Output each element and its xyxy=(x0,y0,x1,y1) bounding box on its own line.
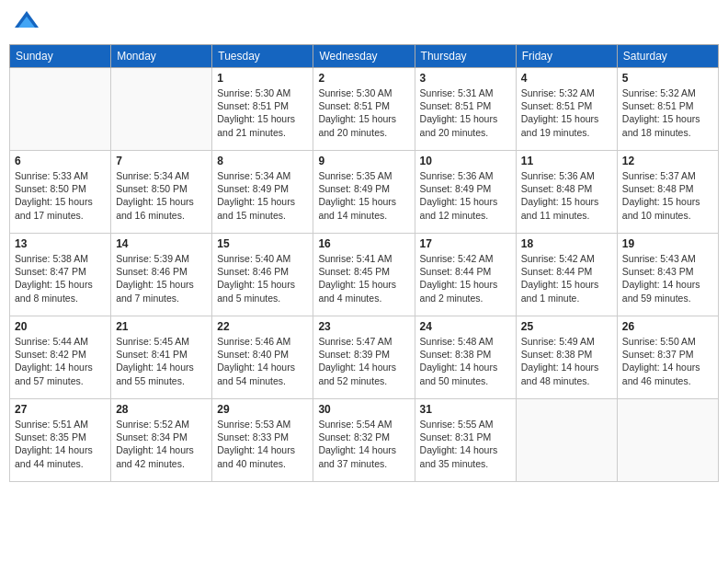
day-number: 10 xyxy=(420,155,511,167)
calendar-cell: 28Sunrise: 5:52 AM Sunset: 8:34 PM Dayli… xyxy=(111,399,212,482)
day-detail: Sunrise: 5:55 AM Sunset: 8:31 PM Dayligh… xyxy=(420,418,511,470)
day-detail: Sunrise: 5:49 AM Sunset: 8:38 PM Dayligh… xyxy=(521,335,612,387)
day-detail: Sunrise: 5:31 AM Sunset: 8:51 PM Dayligh… xyxy=(420,86,511,139)
day-number: 8 xyxy=(217,155,308,167)
calendar-cell xyxy=(10,68,111,151)
day-detail: Sunrise: 5:44 AM Sunset: 8:42 PM Dayligh… xyxy=(15,335,106,387)
day-number: 7 xyxy=(116,155,207,167)
calendar-cell: 6Sunrise: 5:33 AM Sunset: 8:50 PM Daylig… xyxy=(10,151,111,234)
day-detail: Sunrise: 5:46 AM Sunset: 8:40 PM Dayligh… xyxy=(217,335,308,387)
day-detail: Sunrise: 5:32 AM Sunset: 8:51 PM Dayligh… xyxy=(622,86,713,139)
day-number: 18 xyxy=(521,237,612,250)
day-number: 26 xyxy=(622,320,713,333)
day-number: 24 xyxy=(420,320,511,333)
calendar-cell: 5Sunrise: 5:32 AM Sunset: 8:51 PM Daylig… xyxy=(617,68,718,151)
calendar-cell: 17Sunrise: 5:42 AM Sunset: 8:44 PM Dayli… xyxy=(415,234,516,316)
day-detail: Sunrise: 5:34 AM Sunset: 8:50 PM Dayligh… xyxy=(116,169,207,222)
day-number: 12 xyxy=(622,155,713,167)
calendar-week-row: 27Sunrise: 5:51 AM Sunset: 8:35 PM Dayli… xyxy=(10,399,719,482)
day-number: 29 xyxy=(217,403,308,416)
weekday-header: Tuesday xyxy=(212,45,313,68)
day-detail: Sunrise: 5:53 AM Sunset: 8:33 PM Dayligh… xyxy=(217,418,308,470)
calendar-cell: 14Sunrise: 5:39 AM Sunset: 8:46 PM Dayli… xyxy=(111,234,212,316)
day-detail: Sunrise: 5:48 AM Sunset: 8:38 PM Dayligh… xyxy=(420,335,511,387)
page-header xyxy=(9,9,719,37)
day-number: 9 xyxy=(318,155,409,167)
calendar-cell: 15Sunrise: 5:40 AM Sunset: 8:46 PM Dayli… xyxy=(212,234,313,316)
day-number: 19 xyxy=(622,237,713,250)
day-number: 25 xyxy=(521,320,612,333)
day-detail: Sunrise: 5:39 AM Sunset: 8:46 PM Dayligh… xyxy=(116,252,207,304)
calendar-cell: 2Sunrise: 5:30 AM Sunset: 8:51 PM Daylig… xyxy=(313,68,415,151)
day-detail: Sunrise: 5:30 AM Sunset: 8:51 PM Dayligh… xyxy=(318,86,409,139)
calendar-cell: 24Sunrise: 5:48 AM Sunset: 8:38 PM Dayli… xyxy=(415,316,516,399)
day-detail: Sunrise: 5:42 AM Sunset: 8:44 PM Dayligh… xyxy=(521,252,612,304)
day-detail: Sunrise: 5:36 AM Sunset: 8:49 PM Dayligh… xyxy=(420,169,511,222)
day-detail: Sunrise: 5:33 AM Sunset: 8:50 PM Dayligh… xyxy=(15,169,106,222)
day-number: 11 xyxy=(521,155,612,167)
logo xyxy=(13,9,44,37)
day-detail: Sunrise: 5:36 AM Sunset: 8:48 PM Dayligh… xyxy=(521,169,612,222)
calendar-cell: 19Sunrise: 5:43 AM Sunset: 8:43 PM Dayli… xyxy=(617,234,718,316)
day-number: 16 xyxy=(318,237,409,250)
day-detail: Sunrise: 5:41 AM Sunset: 8:45 PM Dayligh… xyxy=(318,252,409,304)
calendar-cell: 18Sunrise: 5:42 AM Sunset: 8:44 PM Dayli… xyxy=(516,234,617,316)
day-detail: Sunrise: 5:45 AM Sunset: 8:41 PM Dayligh… xyxy=(116,335,207,387)
calendar-table: SundayMondayTuesdayWednesdayThursdayFrid… xyxy=(9,44,719,482)
weekday-header: Thursday xyxy=(415,45,516,68)
day-number: 15 xyxy=(217,237,308,250)
day-detail: Sunrise: 5:38 AM Sunset: 8:47 PM Dayligh… xyxy=(15,252,106,304)
day-number: 2 xyxy=(318,72,409,85)
calendar-cell: 22Sunrise: 5:46 AM Sunset: 8:40 PM Dayli… xyxy=(212,316,313,399)
calendar-cell: 26Sunrise: 5:50 AM Sunset: 8:37 PM Dayli… xyxy=(617,316,718,399)
day-detail: Sunrise: 5:32 AM Sunset: 8:51 PM Dayligh… xyxy=(521,86,612,139)
calendar-cell: 20Sunrise: 5:44 AM Sunset: 8:42 PM Dayli… xyxy=(10,316,111,399)
calendar-cell xyxy=(516,399,617,482)
calendar-cell: 30Sunrise: 5:54 AM Sunset: 8:32 PM Dayli… xyxy=(313,399,415,482)
calendar-cell: 21Sunrise: 5:45 AM Sunset: 8:41 PM Dayli… xyxy=(111,316,212,399)
day-number: 6 xyxy=(15,155,106,167)
calendar-cell: 12Sunrise: 5:37 AM Sunset: 8:48 PM Dayli… xyxy=(617,151,718,234)
day-detail: Sunrise: 5:34 AM Sunset: 8:49 PM Dayligh… xyxy=(217,169,308,222)
day-number: 4 xyxy=(521,72,612,85)
calendar-cell: 7Sunrise: 5:34 AM Sunset: 8:50 PM Daylig… xyxy=(111,151,212,234)
day-number: 20 xyxy=(15,320,106,333)
calendar-cell: 4Sunrise: 5:32 AM Sunset: 8:51 PM Daylig… xyxy=(516,68,617,151)
day-detail: Sunrise: 5:47 AM Sunset: 8:39 PM Dayligh… xyxy=(318,335,409,387)
day-detail: Sunrise: 5:50 AM Sunset: 8:37 PM Dayligh… xyxy=(622,335,713,387)
calendar-cell: 27Sunrise: 5:51 AM Sunset: 8:35 PM Dayli… xyxy=(10,399,111,482)
calendar-cell: 31Sunrise: 5:55 AM Sunset: 8:31 PM Dayli… xyxy=(415,399,516,482)
day-detail: Sunrise: 5:40 AM Sunset: 8:46 PM Dayligh… xyxy=(217,252,308,304)
calendar-cell: 3Sunrise: 5:31 AM Sunset: 8:51 PM Daylig… xyxy=(415,68,516,151)
day-detail: Sunrise: 5:30 AM Sunset: 8:51 PM Dayligh… xyxy=(217,86,308,139)
calendar-header-row: SundayMondayTuesdayWednesdayThursdayFrid… xyxy=(10,45,719,68)
calendar-cell: 11Sunrise: 5:36 AM Sunset: 8:48 PM Dayli… xyxy=(516,151,617,234)
calendar-cell: 8Sunrise: 5:34 AM Sunset: 8:49 PM Daylig… xyxy=(212,151,313,234)
day-number: 17 xyxy=(420,237,511,250)
calendar-week-row: 6Sunrise: 5:33 AM Sunset: 8:50 PM Daylig… xyxy=(10,151,719,234)
day-number: 3 xyxy=(420,72,511,85)
calendar-cell: 29Sunrise: 5:53 AM Sunset: 8:33 PM Dayli… xyxy=(212,399,313,482)
calendar-week-row: 13Sunrise: 5:38 AM Sunset: 8:47 PM Dayli… xyxy=(10,234,719,316)
day-number: 22 xyxy=(217,320,308,333)
calendar-week-row: 1Sunrise: 5:30 AM Sunset: 8:51 PM Daylig… xyxy=(10,68,719,151)
day-detail: Sunrise: 5:37 AM Sunset: 8:48 PM Dayligh… xyxy=(622,169,713,222)
day-number: 14 xyxy=(116,237,207,250)
calendar-cell: 13Sunrise: 5:38 AM Sunset: 8:47 PM Dayli… xyxy=(10,234,111,316)
day-detail: Sunrise: 5:52 AM Sunset: 8:34 PM Dayligh… xyxy=(116,418,207,470)
day-number: 21 xyxy=(116,320,207,333)
calendar-cell: 23Sunrise: 5:47 AM Sunset: 8:39 PM Dayli… xyxy=(313,316,415,399)
day-detail: Sunrise: 5:51 AM Sunset: 8:35 PM Dayligh… xyxy=(15,418,106,470)
calendar-cell xyxy=(111,68,212,151)
calendar-week-row: 20Sunrise: 5:44 AM Sunset: 8:42 PM Dayli… xyxy=(10,316,719,399)
weekday-header: Monday xyxy=(111,45,212,68)
weekday-header: Wednesday xyxy=(313,45,415,68)
day-number: 30 xyxy=(318,403,409,416)
day-number: 5 xyxy=(622,72,713,85)
day-detail: Sunrise: 5:54 AM Sunset: 8:32 PM Dayligh… xyxy=(318,418,409,470)
logo-icon xyxy=(13,9,40,37)
day-detail: Sunrise: 5:42 AM Sunset: 8:44 PM Dayligh… xyxy=(420,252,511,304)
weekday-header: Sunday xyxy=(10,45,111,68)
calendar-cell: 1Sunrise: 5:30 AM Sunset: 8:51 PM Daylig… xyxy=(212,68,313,151)
day-number: 28 xyxy=(116,403,207,416)
